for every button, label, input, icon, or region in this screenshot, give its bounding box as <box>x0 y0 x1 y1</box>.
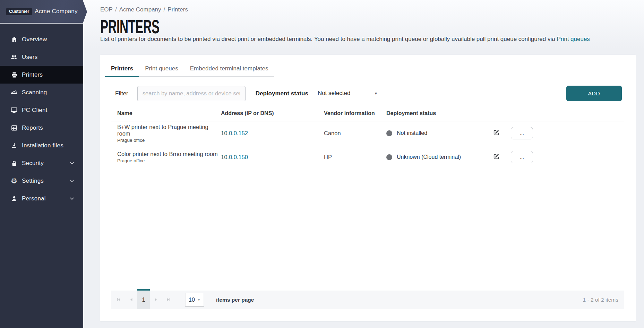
chevron-down-icon <box>70 197 74 200</box>
caret-down-icon: ▼ <box>374 92 378 95</box>
deployment-status-label: Deployment status <box>256 90 308 97</box>
breadcrumb-item-company[interactable]: Acme Company <box>119 6 161 13</box>
breadcrumb-item-printers: Printers <box>168 6 188 13</box>
download-icon <box>10 142 18 149</box>
tab-print-queues[interactable]: Print queues <box>139 62 184 76</box>
sidebar-item-users[interactable]: Users <box>0 48 83 66</box>
sidebar-item-reports[interactable]: Reports <box>0 119 83 137</box>
first-page-button[interactable] <box>112 291 125 309</box>
tabstrip: Printers Print queues Embedded terminal … <box>105 62 274 77</box>
sidebar-nav: Overview Users Printers Scanning PC Clie… <box>0 24 83 207</box>
row-menu-button[interactable]: ... <box>511 151 533 163</box>
edit-button[interactable] <box>492 152 501 162</box>
table-header-row: Name Address (IP or DNS) Vendor informat… <box>111 106 624 121</box>
sidebar-item-personal[interactable]: Personal <box>0 190 83 207</box>
gear-icon: ⚙ <box>10 177 18 184</box>
customer-badge: Customer <box>6 8 32 15</box>
status-dot <box>386 154 392 160</box>
chevron-down-icon <box>70 162 74 165</box>
printer-vendor: HP <box>324 154 332 161</box>
scanner-icon <box>10 89 18 96</box>
printers-table: Name Address (IP or DNS) Vendor informat… <box>111 106 624 169</box>
search-input[interactable] <box>137 86 246 101</box>
column-header-deployment-status: Deployment status <box>386 110 488 116</box>
tab-embedded-terminal-templates[interactable]: Embedded terminal templates <box>184 62 274 76</box>
sidebar-item-printers[interactable]: Printers <box>0 66 83 84</box>
edit-icon <box>493 129 500 137</box>
filter-toolbar: Filter Deployment status Not selected ▼ … <box>100 86 636 101</box>
tab-printers[interactable]: Printers <box>105 62 139 76</box>
page-description: List of printers for documents to be pri… <box>100 36 590 43</box>
chevron-down-icon <box>70 180 74 182</box>
print-queues-link[interactable]: Print queues <box>557 36 590 42</box>
main-content: EOP/Acme Company/Printers PRINTERS List … <box>83 0 644 328</box>
deployment-status-value: Unknown (Cloud terminal) <box>397 154 461 160</box>
deployment-status-value: Not installed <box>397 130 427 136</box>
last-page-button[interactable] <box>162 291 175 309</box>
printer-address-link[interactable]: 10.0.0.152 <box>221 130 248 137</box>
status-dot <box>386 130 392 136</box>
sidebar-item-scanning[interactable]: Scanning <box>0 84 83 101</box>
edit-icon <box>493 153 500 161</box>
next-page-button[interactable] <box>150 291 162 309</box>
printer-address-link[interactable]: 10.0.0.150 <box>221 154 248 161</box>
add-button[interactable]: ADD <box>566 86 622 101</box>
customer-name: Acme Company <box>35 8 77 15</box>
reports-icon <box>10 124 18 131</box>
monitor-icon <box>10 106 18 114</box>
sidebar-item-settings[interactable]: ⚙ Settings <box>0 172 83 190</box>
seek-last-icon <box>166 297 171 303</box>
sidebar-item-security[interactable]: Security <box>0 154 83 172</box>
sidebar: Customer Acme Company Overview Users Pri… <box>0 0 83 328</box>
seek-first-icon <box>116 297 121 303</box>
printer-vendor: Canon <box>324 130 341 137</box>
items-per-page-label: items per page <box>216 297 254 303</box>
arrow-right-icon <box>154 297 158 303</box>
breadcrumb-item-eop[interactable]: EOP <box>100 6 113 13</box>
sidebar-item-overview[interactable]: Overview <box>0 31 83 48</box>
sidebar-item-pc-client[interactable]: PC Client <box>0 101 83 119</box>
previous-page-button[interactable] <box>125 291 137 309</box>
row-menu-button[interactable]: ... <box>511 127 533 139</box>
page-number-button[interactable]: 1 <box>137 291 150 309</box>
printer-name: Color printer next to Brno meeting room <box>117 151 218 157</box>
column-header-vendor: Vendor information <box>324 110 386 116</box>
pagination-bar: 1 10 ▼ items per page 1 - 2 of 2 items <box>111 291 624 309</box>
deployment-status-dropdown[interactable]: Not selected ▼ <box>312 86 382 101</box>
printer-name: B+W printer next to Prague meeting room <box>117 124 221 137</box>
pagination-summary: 1 - 2 of 2 items <box>583 297 618 303</box>
table-row: B+W printer next to Prague meeting room … <box>111 121 624 145</box>
lock-icon <box>10 159 18 167</box>
caret-down-icon: ▼ <box>197 298 200 302</box>
page-title: PRINTERS <box>100 15 160 38</box>
customer-banner: Customer Acme Company <box>0 0 83 24</box>
sidebar-item-installation-files[interactable]: Installation files <box>0 137 83 154</box>
column-header-name: Name <box>111 110 221 116</box>
breadcrumb: EOP/Acme Company/Printers <box>100 6 188 13</box>
column-header-address: Address (IP or DNS) <box>221 110 324 116</box>
arrow-left-icon <box>129 297 133 303</box>
filter-label: Filter <box>115 90 128 97</box>
printer-location: Prague office <box>117 158 218 163</box>
table-row: Color printer next to Brno meeting room … <box>111 145 624 169</box>
printers-card: Printers Print queues Embedded terminal … <box>100 55 636 321</box>
printer-icon <box>10 71 18 78</box>
users-icon <box>10 53 18 61</box>
page-size-select[interactable]: 10 ▼ <box>185 293 204 307</box>
printer-location: Prague office <box>117 138 221 143</box>
person-icon <box>10 195 18 202</box>
edit-button[interactable] <box>492 128 501 138</box>
home-icon <box>10 36 18 43</box>
